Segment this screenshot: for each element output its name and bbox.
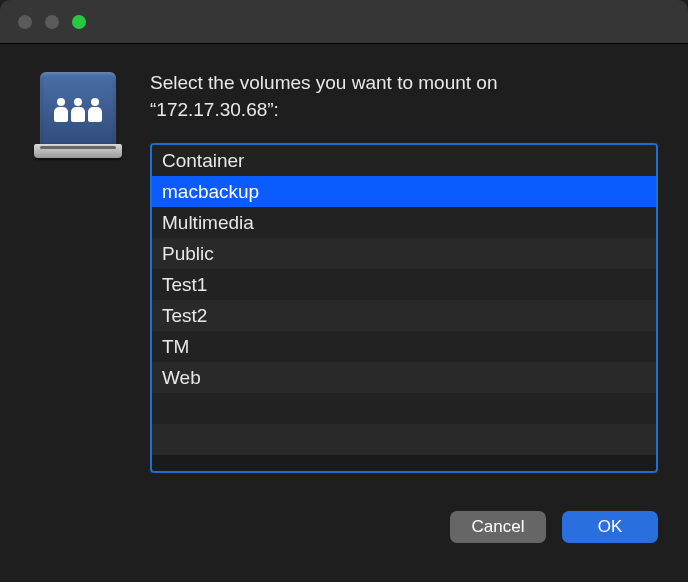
- volume-row-tm[interactable]: TM: [152, 331, 656, 362]
- maximize-window-button[interactable]: [72, 15, 86, 29]
- minimize-window-button[interactable]: [45, 15, 59, 29]
- volume-list[interactable]: ContainermacbackupMultimediaPublicTest1T…: [150, 143, 658, 473]
- ok-button[interactable]: OK: [562, 511, 658, 543]
- close-window-button[interactable]: [18, 15, 32, 29]
- titlebar: [0, 0, 688, 44]
- volume-row-web[interactable]: Web: [152, 362, 656, 393]
- network-drive-icon: [30, 70, 126, 166]
- volume-row-empty: [152, 393, 656, 424]
- prompt-line-1: Select the volumes you want to mount on: [150, 72, 497, 93]
- volume-row-public[interactable]: Public: [152, 238, 656, 269]
- volume-row-empty: [152, 424, 656, 455]
- volume-row-container[interactable]: Container: [152, 145, 656, 176]
- volume-row-macbackup[interactable]: macbackup: [152, 176, 656, 207]
- prompt-line-2: “172.17.30.68”:: [150, 99, 279, 120]
- volume-row-test2[interactable]: Test2: [152, 300, 656, 331]
- volume-row-multimedia[interactable]: Multimedia: [152, 207, 656, 238]
- prompt-text: Select the volumes you want to mount on …: [150, 70, 658, 123]
- cancel-button[interactable]: Cancel: [450, 511, 546, 543]
- volume-row-test1[interactable]: Test1: [152, 269, 656, 300]
